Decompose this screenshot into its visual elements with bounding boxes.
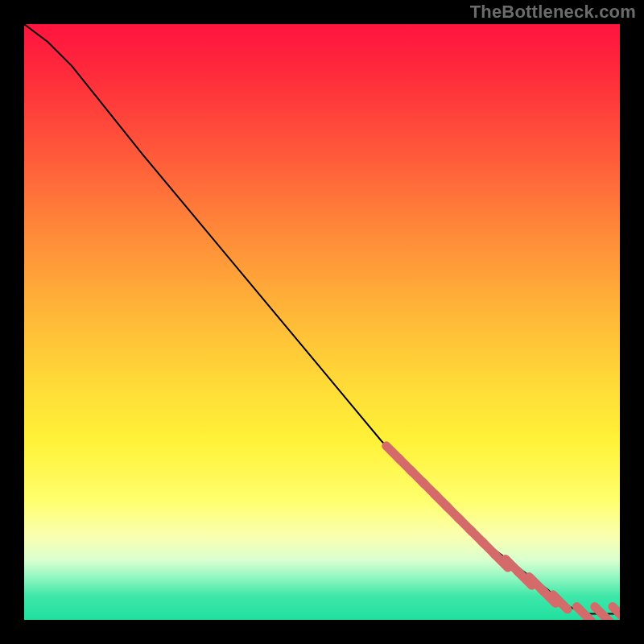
- data-marker: [577, 607, 592, 620]
- chart-frame: TheBottleneck.com: [0, 0, 644, 644]
- data-marker: [595, 607, 609, 620]
- chart-svg: [24, 24, 620, 620]
- curve-line: [24, 24, 620, 614]
- watermark-text: TheBottleneck.com: [470, 2, 636, 23]
- marker-group: [386, 446, 620, 620]
- data-marker: [613, 607, 620, 620]
